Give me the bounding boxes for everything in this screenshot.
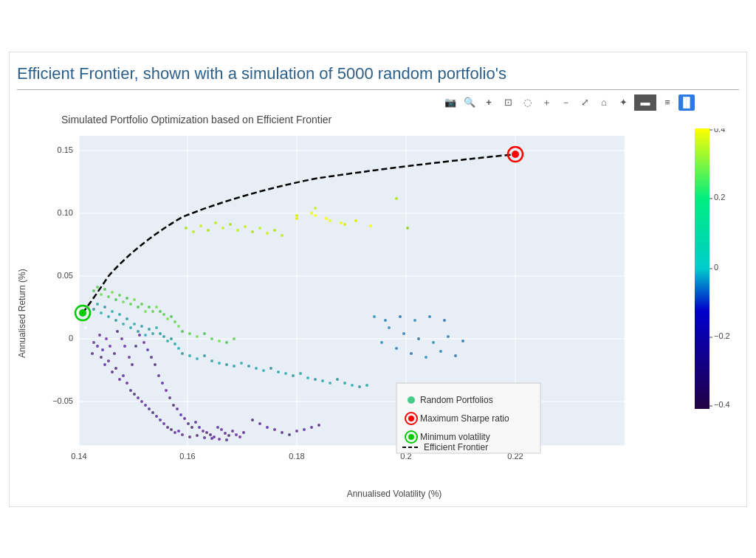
svg-point-107 xyxy=(188,354,191,357)
zoom-out-btn[interactable]: － xyxy=(557,94,574,111)
cb-label-neg02: −0.2 xyxy=(714,331,730,340)
colorbar-container: 0.4 0.2 0 −0.2 −0.4 xyxy=(695,128,739,486)
svg-point-84 xyxy=(100,311,103,314)
svg-point-67 xyxy=(227,434,230,437)
svg-point-57 xyxy=(190,426,193,429)
autoscale-btn[interactable]: ⤢ xyxy=(577,94,593,111)
toolbar: 📷 🔍 + ⊡ ◌ ＋ － ⤢ ⌂ ✦ ▬ ≡ ▐▌ xyxy=(17,94,739,111)
svg-point-134 xyxy=(100,293,103,296)
svg-point-151 xyxy=(162,313,165,316)
svg-point-122 xyxy=(299,372,302,375)
svg-point-64 xyxy=(216,426,219,429)
svg-point-115 xyxy=(247,365,250,368)
svg-point-209 xyxy=(413,319,416,322)
zoom-btn[interactable]: 🔍 xyxy=(461,94,478,111)
svg-point-170 xyxy=(229,223,232,226)
svg-point-168 xyxy=(214,221,217,224)
y-tick-1: −0.05 xyxy=(52,396,73,405)
svg-point-62 xyxy=(209,433,212,436)
lasso-btn[interactable]: ◌ xyxy=(519,94,535,111)
svg-point-126 xyxy=(329,382,331,385)
svg-point-138 xyxy=(114,298,117,301)
x-tick-3: 0.18 xyxy=(289,452,304,461)
plot-bg xyxy=(79,136,625,446)
svg-point-66 xyxy=(224,432,227,435)
home-btn[interactable]: ⌂ xyxy=(596,94,612,111)
svg-point-73 xyxy=(258,422,261,425)
svg-point-71 xyxy=(242,431,245,434)
svg-point-194 xyxy=(380,341,383,344)
svg-point-49 xyxy=(161,382,164,385)
svg-point-35 xyxy=(109,345,111,348)
svg-point-116 xyxy=(255,367,258,370)
svg-point-152 xyxy=(166,317,169,320)
svg-point-33 xyxy=(101,348,104,351)
svg-point-82 xyxy=(92,308,95,311)
svg-point-40 xyxy=(128,356,131,359)
svg-point-149 xyxy=(155,306,158,309)
legend-random-label: Random Portfolios xyxy=(420,395,493,405)
zoom-in-btn[interactable]: ＋ xyxy=(538,94,554,111)
select-btn[interactable]: ⊡ xyxy=(500,94,516,111)
svg-point-19 xyxy=(159,418,162,421)
svg-point-90 xyxy=(122,323,125,326)
svg-point-121 xyxy=(292,374,295,377)
svg-point-174 xyxy=(258,227,261,230)
svg-point-52 xyxy=(172,404,175,407)
svg-point-56 xyxy=(187,422,190,425)
colorbar-gradient-rect xyxy=(695,128,709,409)
svg-point-28 xyxy=(203,436,206,439)
spike-btn[interactable]: ✦ xyxy=(615,94,631,111)
svg-point-160 xyxy=(210,337,213,340)
svg-point-37 xyxy=(116,330,119,333)
svg-point-158 xyxy=(196,335,199,338)
camera-btn[interactable]: 📷 xyxy=(442,94,458,111)
svg-point-118 xyxy=(269,367,272,370)
plus-btn[interactable]: + xyxy=(481,94,497,111)
colorbar-svg: 0.4 0.2 0 −0.2 −0.4 xyxy=(695,128,739,409)
svg-point-132 xyxy=(92,289,95,292)
legend-minvol-inner xyxy=(408,434,414,440)
svg-point-89 xyxy=(118,313,121,316)
svg-point-7 xyxy=(114,367,117,370)
svg-point-102 xyxy=(166,340,169,342)
svg-point-92 xyxy=(129,326,132,329)
svg-point-58 xyxy=(194,421,197,424)
plot-and-colorbar: 0.15 0.10 0.05 0 −0.05 0.14 0.16 0.18 0.… xyxy=(35,128,739,486)
svg-point-23 xyxy=(173,431,176,434)
max-sharpe-inner xyxy=(512,151,519,158)
svg-point-11 xyxy=(129,389,132,392)
svg-point-148 xyxy=(151,310,154,313)
svg-point-164 xyxy=(185,227,188,230)
svg-point-114 xyxy=(240,362,243,365)
svg-point-14 xyxy=(140,400,143,403)
svg-point-154 xyxy=(173,320,176,323)
svg-point-34 xyxy=(105,337,108,340)
legend-frontier-label: Efficient Frontier xyxy=(424,442,488,452)
svg-point-81 xyxy=(317,424,320,427)
svg-point-213 xyxy=(395,197,398,200)
svg-point-144 xyxy=(137,306,140,309)
y-tick-5: 0.15 xyxy=(58,145,73,154)
svg-point-69 xyxy=(235,433,238,436)
svg-point-99 xyxy=(155,326,158,329)
svg-point-15 xyxy=(144,404,147,407)
svg-point-201 xyxy=(402,332,405,335)
svg-point-142 xyxy=(129,303,132,306)
bar-chart-btn[interactable]: ▐▌ xyxy=(678,94,695,111)
y-tick-2: 0 xyxy=(69,334,73,342)
compare-btn[interactable]: ▬ xyxy=(634,94,656,111)
svg-point-2 xyxy=(91,352,94,355)
svg-point-93 xyxy=(133,323,136,326)
svg-point-36 xyxy=(113,352,116,355)
svg-point-183 xyxy=(369,224,372,227)
hover-btn[interactable]: ≡ xyxy=(659,94,676,111)
svg-wrapper: 0.15 0.10 0.05 0 −0.05 0.14 0.16 0.18 0.… xyxy=(35,128,692,486)
svg-point-24 xyxy=(177,430,180,433)
svg-point-48 xyxy=(157,374,160,377)
svg-point-0 xyxy=(92,341,95,344)
y-axis-label: Annualised Return (%) xyxy=(17,128,32,499)
svg-point-188 xyxy=(89,297,92,300)
svg-point-72 xyxy=(251,418,254,421)
svg-point-65 xyxy=(220,428,223,431)
